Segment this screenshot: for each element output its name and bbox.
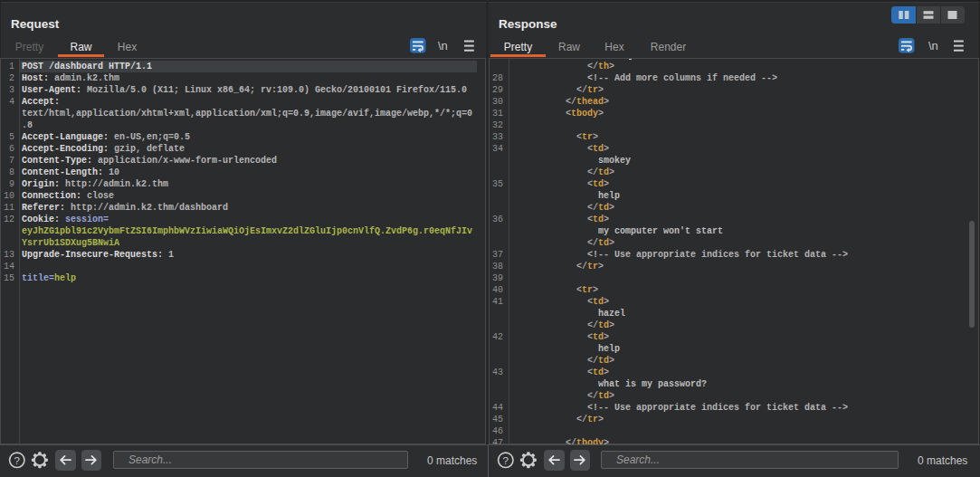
svg-text:?: ? <box>503 455 509 466</box>
svg-text:?: ? <box>14 455 20 466</box>
